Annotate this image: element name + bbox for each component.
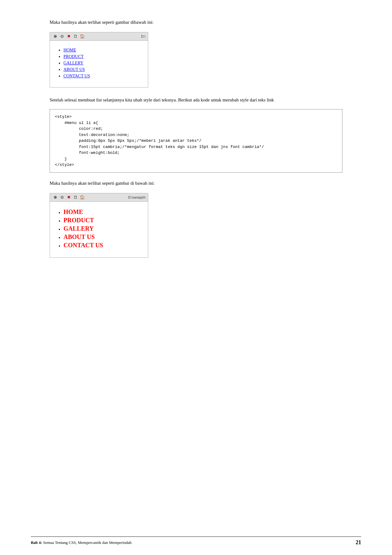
browser-address-1: D:\ [141,35,145,38]
footer-page-number: 21 [356,539,361,546]
browser-toolbar-1: ⊕ ⊙ ✖ 🗋 🏠 D:\ [50,32,148,41]
list-item: GALLERY [63,60,142,66]
list-item: PRODUCT [63,54,142,59]
footer-chapter: Bab 4: [31,540,42,545]
nav-link-product[interactable]: PRODUCT [63,54,84,59]
nav-icon-back-2[interactable]: ⊕ [52,195,58,200]
list-item: ABOUT US [63,233,142,240]
footer-chapter-title: Semua Tentang CSS, Mempercantik dan Memp… [42,540,131,545]
list-item: ABOUT US [63,67,142,72]
middle-paragraph: Setelah selesai membuat list selanjutnya… [50,96,342,104]
nav-icon-refresh-2[interactable]: 🗋 [73,195,78,200]
nav-link-home-2[interactable]: HOME [63,208,83,215]
nav-icon-home-2[interactable]: 🏠 [80,195,85,200]
nav-icon-refresh[interactable]: 🗋 [73,34,78,39]
nav-list-1: HOME PRODUCT GALLERY ABOUT US CONTACT US [56,47,142,79]
list-item: GALLERY [63,225,142,232]
intro-paragraph-2: Maka hasilnya akan terlihat seperti gamb… [50,179,342,187]
nav-link-home[interactable]: HOME [63,48,76,52]
intro-paragraph-1: Maka hasilnya akan terlihat seperti gamb… [50,18,342,26]
nav-icon-home[interactable]: 🏠 [80,34,85,39]
page-footer: Bab 4: Semua Tentang CSS, Mempercantik d… [31,536,361,546]
nav-icon-stop[interactable]: ✖ [66,34,71,39]
code-block: <style> #menu ul li a{ color:red; text-d… [50,109,342,173]
browser-mock-2: ⊕ ⊙ ✖ 🗋 🏠 D:\xampp\h HOME PRODUCT GALLER… [50,193,148,258]
browser-toolbar-2: ⊕ ⊙ ✖ 🗋 🏠 D:\xampp\h [50,193,148,202]
browser-address-2: D:\xampp\h [128,195,145,199]
list-item: HOME [63,208,142,216]
browser-mock-1: ⊕ ⊙ ✖ 🗋 🏠 D:\ HOME PRODUCT GALLERY ABOUT… [50,32,148,88]
page-content: Maka hasilnya akan terlihat seperti gamb… [50,18,342,258]
nav-link-contact-2[interactable]: CONTACT US [63,242,103,249]
nav-icon-stop-2[interactable]: ✖ [66,195,71,200]
nav-link-product-2[interactable]: PRODUCT [63,217,94,224]
nav-link-gallery[interactable]: GALLERY [63,61,84,65]
list-item: PRODUCT [63,217,142,224]
list-item: CONTACT US [63,73,142,79]
nav-list-2: HOME PRODUCT GALLERY ABOUT US CONTACT US [56,208,142,249]
nav-link-about-2[interactable]: ABOUT US [63,233,95,240]
list-item: CONTACT US [63,242,142,249]
nav-link-gallery-2[interactable]: GALLERY [63,225,94,232]
nav-icon-forward-2[interactable]: ⊙ [59,195,65,200]
nav-link-about[interactable]: ABOUT US [63,67,85,72]
nav-icon-forward[interactable]: ⊙ [59,34,65,39]
nav-icon-back[interactable]: ⊕ [52,34,58,39]
browser-content-1: HOME PRODUCT GALLERY ABOUT US CONTACT US [50,41,148,87]
nav-link-contact[interactable]: CONTACT US [63,74,90,78]
list-item: HOME [63,47,142,53]
browser-content-2: HOME PRODUCT GALLERY ABOUT US CONTACT US [50,202,148,257]
footer-left: Bab 4: Semua Tentang CSS, Mempercantik d… [31,540,132,545]
